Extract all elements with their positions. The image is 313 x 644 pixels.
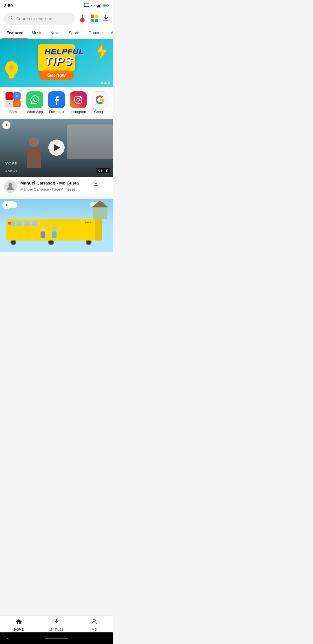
house-icon	[93, 207, 107, 219]
search-bar[interactable]: Search or enter url	[3, 13, 75, 25]
nav-tabs: Featured Music News Sports Gaming Apps	[0, 27, 113, 39]
channel-separator: ·	[50, 187, 52, 191]
svg-rect-25	[94, 185, 99, 186]
banner-title-tips: TIPS	[45, 55, 68, 68]
tab-music[interactable]: Music	[28, 27, 46, 39]
tab-featured[interactable]: Featured	[2, 27, 28, 39]
svg-rect-6	[103, 4, 107, 6]
video-card-1: + vevo 34 views 03:48	[0, 119, 113, 196]
wifi-icon	[90, 3, 96, 8]
banner-button[interactable]: Get now	[39, 70, 74, 80]
lightning-icon	[94, 42, 110, 63]
svg-rect-14	[91, 19, 94, 22]
play-button[interactable]	[48, 140, 65, 156]
svg-point-11	[81, 17, 83, 19]
svg-rect-1	[98, 5, 99, 7]
bus-label: BUS	[85, 221, 92, 224]
video-add-button-2[interactable]: +	[2, 201, 10, 209]
tab-gaming[interactable]: Gaming	[84, 27, 107, 39]
video-thumbnail-1[interactable]: vevo 34 views 03:48	[0, 119, 113, 177]
dot-1	[101, 82, 103, 84]
facebook-icon	[48, 91, 65, 108]
sites-sub-youtube	[6, 92, 13, 100]
banner-dots	[101, 82, 110, 84]
svg-point-23	[80, 97, 81, 98]
more-options-icon[interactable]: ⋮	[103, 181, 109, 188]
play-icon	[54, 144, 60, 151]
shortcut-google[interactable]: Google	[92, 91, 108, 114]
cast-icon	[84, 3, 89, 8]
google-icon	[92, 91, 108, 108]
download-top-icon[interactable]	[102, 15, 110, 23]
video-duration: 03:48	[97, 168, 110, 173]
toolbar-icons	[78, 14, 110, 24]
tab-apps[interactable]: Apps	[107, 27, 113, 39]
svg-point-24	[8, 183, 12, 187]
sites-sub-3: f	[6, 100, 13, 108]
app-shortcuts: G f FOO Sites WhatsApp	[0, 87, 113, 117]
status-bar: 3:50	[0, 0, 113, 10]
svg-point-22	[77, 98, 80, 102]
character-2	[52, 226, 57, 238]
video-add-button[interactable]: +	[2, 121, 10, 129]
video-meta: Manuel Carrasco - Me Gusta Manuel Carras…	[20, 180, 89, 191]
whatsapp-icon	[26, 91, 43, 108]
character-1	[41, 226, 46, 238]
video-card-2: + STOP	[0, 199, 113, 252]
svg-rect-3	[100, 4, 101, 8]
channel-name: Manuel Carrasco	[20, 187, 49, 191]
vevo-logo: vevo	[3, 160, 20, 166]
video-title: Manuel Carrasco - Me Gusta	[20, 180, 89, 186]
svg-rect-5	[108, 5, 108, 6]
search-icon	[8, 15, 13, 22]
svg-point-18	[9, 65, 14, 70]
whatsapp-label: WhatsApp	[27, 110, 43, 114]
search-area: Search or enter url	[0, 10, 113, 27]
shortcut-instagram[interactable]: Instagram	[70, 91, 87, 114]
signal-icon	[97, 3, 101, 8]
channel-avatar	[4, 180, 17, 193]
svg-rect-12	[91, 15, 94, 18]
svg-marker-19	[97, 43, 107, 61]
video-thumbnail-2[interactable]: STOP BUS	[0, 199, 113, 252]
instagram-label: Instagram	[70, 110, 86, 114]
video-actions: ⋮	[93, 180, 109, 188]
search-placeholder: Search or enter url	[16, 16, 52, 21]
video-info-1: Manuel Carrasco - Me Gusta Manuel Carras…	[0, 177, 113, 196]
battery-icon	[103, 4, 109, 7]
tab-news[interactable]: News	[46, 27, 65, 39]
video-views: 34 views	[3, 169, 17, 173]
banner-content: HELPFUL TIPS	[38, 44, 75, 71]
lightbulb-icon	[2, 59, 21, 84]
video-channel-info: Manuel Carrasco · hace 4 meses	[20, 187, 89, 191]
sites-icon: G f FOO	[5, 91, 21, 108]
shortcut-whatsapp[interactable]: WhatsApp	[26, 91, 43, 114]
svg-line-8	[11, 19, 13, 20]
svg-rect-15	[95, 19, 98, 22]
status-time: 3:50	[4, 3, 13, 8]
svg-rect-16	[103, 20, 109, 21]
school-bus: BUS	[6, 219, 96, 248]
sites-label: Sites	[9, 110, 17, 114]
sites-sub-google: G	[13, 92, 21, 100]
google-label: Google	[94, 110, 105, 114]
svg-rect-2	[99, 5, 100, 8]
status-icons	[84, 3, 109, 8]
shortcut-facebook[interactable]: Facebook	[48, 91, 65, 114]
video-time-ago: hace 4 meses	[52, 187, 76, 191]
instagram-icon	[70, 91, 87, 108]
svg-point-7	[9, 16, 12, 19]
colorful-icon[interactable]	[90, 14, 99, 24]
banner[interactable]: HELPFUL TIPS Get now	[0, 39, 113, 87]
shortcut-sites[interactable]: G f FOO Sites	[5, 91, 21, 114]
video-thumbnail-2-wrap: + STOP	[0, 199, 113, 252]
dot-2	[104, 82, 107, 84]
joystick-icon[interactable]	[78, 14, 87, 24]
svg-rect-13	[95, 15, 98, 18]
sites-sub-4: FOO	[13, 100, 21, 108]
tab-sports[interactable]: Sports	[65, 27, 84, 39]
facebook-label: Facebook	[49, 110, 64, 114]
svg-rect-0	[97, 6, 98, 8]
dot-3	[108, 82, 110, 84]
video-download-icon[interactable]	[93, 180, 99, 188]
